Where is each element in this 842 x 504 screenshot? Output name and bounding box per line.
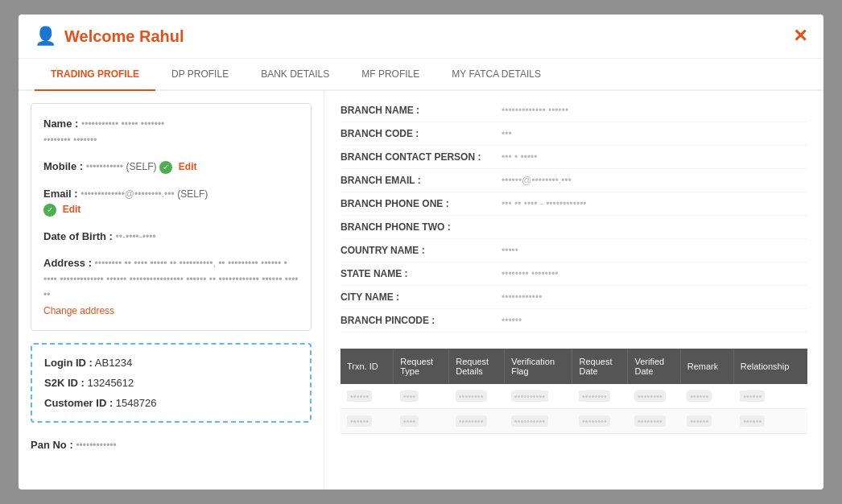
- branch-name-val: ••••••••••••• ••••••: [501, 105, 568, 116]
- pan-row: Pan No : ••••••••••••: [31, 435, 312, 455]
- login-id-value: AB1234: [95, 357, 132, 369]
- city-name-row: CITY NAME : ••••••••••••: [341, 286, 807, 309]
- requests-table: Trxn. ID RequestType RequestDetails Veri…: [341, 349, 807, 434]
- col-request-type: RequestType: [394, 349, 449, 384]
- email-self-badge: (SELF): [177, 188, 208, 200]
- modal-title: Welcome Rahul: [64, 27, 184, 46]
- cell-trxn-id: ••••••: [341, 384, 394, 409]
- close-button[interactable]: ✕: [793, 26, 807, 47]
- modal-container: 👤 Welcome Rahul ✕ TRADING PROFILE DP PRO…: [19, 14, 823, 490]
- branch-phone-one-row: BRANCH PHONE ONE : ••• •• •••• - •••••••…: [341, 192, 807, 216]
- mobile-row: Mobile : ••••••••••• (SELF) ✓ Edit: [43, 159, 299, 175]
- branch-contact-row: BRANCH CONTACT PERSON : ••• • •••••: [341, 146, 807, 169]
- tab-mf-profile[interactable]: MF PROFILE: [345, 59, 435, 91]
- branch-contact-key: BRANCH CONTACT PERSON :: [341, 151, 501, 163]
- country-name-key: COUNTRY NAME :: [341, 245, 501, 256]
- tabs-container: TRADING PROFILE DP PROFILE BANK DETAILS …: [19, 59, 823, 91]
- col-verified-date: VerifiedDate: [628, 349, 680, 384]
- email-value: •••••••••••••@••••••••.•••: [80, 188, 174, 200]
- country-name-row: COUNTRY NAME : •••••: [341, 239, 807, 262]
- cell-remark: ••••••: [680, 409, 733, 434]
- branch-phone-two-row: BRANCH PHONE TWO :: [341, 216, 807, 239]
- mobile-verified-icon: ✓: [159, 161, 172, 174]
- change-address-link[interactable]: Change address: [43, 305, 114, 316]
- col-trxn-id: Trxn. ID: [341, 349, 394, 384]
- cell-request-details: ••••••••: [449, 409, 505, 434]
- state-name-row: STATE NAME : •••••••• ••••••••: [341, 262, 807, 286]
- col-relationship: Relationship: [733, 349, 807, 384]
- tab-fatca-details[interactable]: MY FATCA DETAILS: [435, 59, 557, 91]
- branch-phone-two-key: BRANCH PHONE TWO :: [341, 221, 501, 233]
- col-request-date: RequestDate: [572, 349, 628, 384]
- city-name-val: ••••••••••••: [501, 291, 542, 303]
- login-id-row: Login ID : AB1234: [44, 357, 298, 369]
- table-row: •••••• •••• •••••••• •••••••••• ••••••••…: [341, 409, 807, 434]
- profile-card: Name : ••••••••••• ••••• ••••••• •••••••…: [31, 103, 312, 331]
- address-label: Address :: [43, 257, 92, 269]
- state-name-val: •••••••• ••••••••: [501, 268, 559, 279]
- cell-verified-date: ••••••••: [628, 384, 680, 409]
- mobile-label: Mobile :: [43, 160, 83, 172]
- col-request-details: RequestDetails: [449, 349, 505, 384]
- branch-email-val: ••••••@••••••••.•••: [501, 175, 572, 186]
- tab-dp-profile[interactable]: DP PROFILE: [155, 59, 245, 91]
- email-label: Email :: [43, 188, 78, 200]
- customer-id-label: Customer ID :: [44, 397, 113, 409]
- branch-pincode-val: ••••••: [501, 315, 522, 326]
- email-edit-link[interactable]: Edit: [63, 204, 81, 215]
- cell-verified-date: ••••••••: [628, 409, 680, 434]
- table-row: •••••• •••• •••••••• •••••••••• ••••••••…: [341, 384, 807, 409]
- mobile-value: •••••••••••: [86, 161, 123, 172]
- branch-pincode-key: BRANCH PINCODE :: [341, 315, 501, 326]
- dob-value: ••-••••-••••: [116, 231, 156, 242]
- tab-trading-profile[interactable]: TRADING PROFILE: [35, 59, 155, 91]
- s2k-id-row: S2K ID : 13245612: [44, 377, 298, 389]
- branch-code-key: BRANCH CODE :: [341, 128, 501, 139]
- branch-code-val: •••: [501, 128, 512, 139]
- mobile-self-badge: (SELF): [126, 161, 157, 172]
- pan-label: Pan No :: [31, 439, 73, 451]
- modal-body: Name : ••••••••••• ••••• ••••••• •••••••…: [19, 91, 823, 490]
- country-name-val: •••••: [501, 245, 518, 256]
- right-panel: BRANCH NAME : ••••••••••••• •••••• BRANC…: [324, 91, 823, 490]
- mobile-edit-link[interactable]: Edit: [179, 161, 197, 172]
- user-icon: 👤: [35, 26, 56, 47]
- cell-request-details: ••••••••: [449, 384, 505, 409]
- cell-relationship: ••••••: [733, 384, 807, 409]
- modal-header: 👤 Welcome Rahul ✕: [19, 14, 823, 59]
- branch-phone-one-val: ••• •• •••• - ••••••••••••: [501, 198, 587, 209]
- cell-request-type: ••••: [394, 409, 449, 434]
- customer-id-value: 1548726: [116, 397, 157, 409]
- branch-info-table: BRANCH NAME : ••••••••••••• •••••• BRANC…: [341, 99, 807, 333]
- cell-request-date: ••••••••: [572, 409, 628, 434]
- address-row: Address : •••••••• •• •••• ••••• •• ••••…: [43, 255, 299, 318]
- customer-id-row: Customer ID : 1548726: [44, 397, 298, 409]
- s2k-id-value: 13245612: [87, 377, 134, 389]
- name-label: Name :: [43, 118, 78, 130]
- s2k-id-label: S2K ID :: [44, 377, 85, 389]
- email-row: Email : •••••••••••••@••••••••.••• (SELF…: [43, 186, 299, 217]
- branch-contact-val: ••• • •••••: [501, 151, 537, 163]
- state-name-key: STATE NAME :: [341, 268, 501, 279]
- modal-header-left: 👤 Welcome Rahul: [35, 26, 184, 47]
- col-verification-flag: VerificationFlag: [505, 349, 572, 384]
- ids-card: Login ID : AB1234 S2K ID : 13245612 Cust…: [31, 343, 312, 423]
- cell-relationship: ••••••: [733, 409, 807, 434]
- modal-overlay: → 👤 Welcome Rahul ✕ TRADING PROFILE DP P…: [0, 0, 842, 504]
- tab-bank-details[interactable]: BANK DETAILS: [245, 59, 345, 91]
- dob-label: Date of Birth :: [43, 230, 113, 242]
- branch-name-key: BRANCH NAME :: [341, 105, 501, 116]
- branch-code-row: BRANCH CODE : •••: [341, 122, 807, 146]
- cell-remark: ••••••: [680, 384, 733, 409]
- dob-row: Date of Birth : ••-••••-••••: [43, 229, 299, 245]
- name-row: Name : ••••••••••• ••••• ••••••• •••••••…: [43, 116, 299, 147]
- login-id-label: Login ID :: [44, 357, 93, 369]
- cell-request-type: ••••: [394, 384, 449, 409]
- branch-email-key: BRANCH EMAIL :: [341, 175, 501, 186]
- branch-phone-one-key: BRANCH PHONE ONE :: [341, 198, 501, 209]
- cell-verification-flag: ••••••••••: [505, 409, 572, 434]
- branch-email-row: BRANCH EMAIL : ••••••@••••••••.•••: [341, 169, 807, 192]
- left-panel: Name : ••••••••••• ••••• ••••••• •••••••…: [19, 91, 324, 490]
- city-name-key: CITY NAME :: [341, 291, 501, 303]
- cell-request-date: ••••••••: [572, 384, 628, 409]
